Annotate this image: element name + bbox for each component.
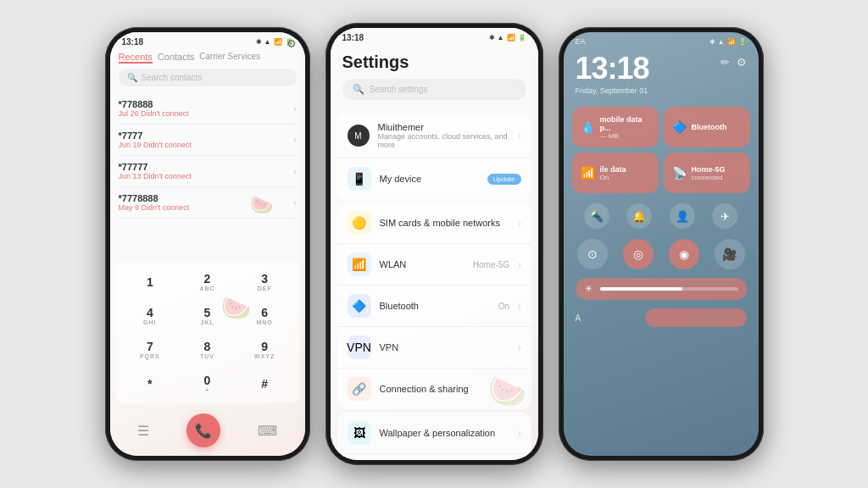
brightness-fill: [600, 287, 683, 291]
key-7[interactable]: 7PQRS: [122, 333, 179, 366]
key-9[interactable]: 9WXYZ: [236, 333, 293, 366]
call-arrow: ›: [293, 104, 296, 114]
chevron-icon: ›: [518, 260, 520, 269]
call-item[interactable]: *7778888May 9 Didn't connect 🍉 ›: [117, 187, 298, 219]
settings-item-wallpaper[interactable]: 🖼 Wallpaper & personalization ›: [337, 413, 531, 454]
qs-clock: 13:18: [576, 51, 649, 86]
data-label: ile data: [600, 165, 626, 174]
status-icons-2: ✱▲📶🔋: [489, 34, 526, 42]
tab-carrier[interactable]: Carrier Services: [199, 52, 260, 64]
settings-item-mydevice[interactable]: 📱 My device Update: [337, 158, 531, 199]
focus-btn[interactable]: ◉: [669, 239, 699, 269]
edit-icon[interactable]: ✏: [721, 56, 730, 69]
status-bar-3: EA ✱▲📶🔋: [564, 32, 759, 47]
settings-icon[interactable]: ⚙: [287, 37, 297, 50]
wifi-icon: 📡: [672, 166, 687, 180]
search-icon: 🔍: [353, 84, 364, 95]
status-time-1: 13:18: [122, 37, 144, 47]
wlan-label: WLAN: [380, 259, 465, 269]
status-bar-2: 13:18 ✱▲📶🔋: [331, 28, 538, 44]
settings-item-sim[interactable]: 🟡 SIM cards & mobile networks ›: [337, 202, 531, 244]
qs-tile-bluetooth[interactable]: 🔷 Bluetooth: [664, 107, 750, 147]
notification-btn[interactable]: 🔔: [626, 203, 652, 229]
user-btn[interactable]: 👤: [670, 203, 695, 229]
call-list: *778888Jul 26 Didn't connect › *7777Jun …: [110, 92, 305, 262]
wlan-value: Home-5G: [473, 260, 509, 269]
location-btn[interactable]: ◎: [623, 239, 654, 269]
qs-tile-mobiledata[interactable]: 💧 mobile data p...— MB: [572, 107, 659, 147]
settings-item-lockscreen[interactable]: 🔒 Always-on display & Lock screen ›: [337, 454, 531, 460]
menu-icon[interactable]: ☰: [137, 423, 149, 439]
key-8[interactable]: 8TUV: [179, 333, 236, 366]
bluetooth-label: Bluetooth: [380, 301, 490, 311]
status-icons-3: ✱▲📶🔋: [709, 38, 747, 46]
video-btn[interactable]: 🎥: [715, 239, 745, 269]
key-5[interactable]: 5JKL 🍉: [179, 299, 236, 332]
search-icon: 🔍: [127, 73, 137, 82]
qs-icon-row: 🔦 🔔 👤 ✈: [564, 197, 759, 236]
call-button[interactable]: 📞: [186, 413, 220, 447]
watermelon-decor2: 🍉: [221, 294, 251, 322]
key-4[interactable]: 4GHI: [122, 299, 179, 332]
qs-tile-wifi[interactable]: 📡 Home-5Gconnected: [664, 152, 750, 193]
key-star[interactable]: *: [122, 367, 179, 400]
call-item[interactable]: *7777Jun 19 Didn't connect ›: [117, 125, 298, 156]
bluetooth-label: Bluetooth: [692, 123, 727, 131]
call-item[interactable]: *778888Jul 26 Didn't connect ›: [117, 93, 298, 125]
tab-contacts[interactable]: Contacts: [158, 52, 194, 64]
settings-item-wlan[interactable]: 📶 WLAN Home-5G ›: [337, 244, 531, 286]
mydevice-label: My device: [380, 174, 479, 184]
airplane-btn[interactable]: ✈: [712, 203, 737, 229]
qs-brightness-bar2[interactable]: [645, 308, 747, 327]
keypad: 1 2ABC 3DEF 4GHI 5JKL 🍉 6MNO 7PQRS 8TUV …: [115, 262, 300, 403]
search-placeholder: Search contacts: [142, 73, 203, 82]
flashlight-btn[interactable]: 🔦: [584, 203, 609, 229]
settings-icon[interactable]: ⚙: [737, 56, 747, 69]
settings-search[interactable]: 🔍 Search settings: [342, 79, 526, 100]
key-hash[interactable]: #: [236, 367, 293, 400]
chevron-icon: ›: [518, 302, 520, 311]
settings-section-display: 🖼 Wallpaper & personalization › 🔒 Always…: [337, 413, 531, 460]
brightness-slider[interactable]: ☀: [576, 278, 747, 300]
qs-label-a: A: [576, 313, 581, 323]
key-0[interactable]: 0+: [179, 367, 236, 400]
chevron-icon: ›: [518, 131, 520, 141]
call-arrow: ›: [293, 136, 296, 145]
bluetooth-icon: 🔷: [348, 294, 371, 318]
watermelon-decor: 🍉: [250, 194, 273, 216]
watermelon-decor3: 🍉: [488, 374, 526, 409]
dialer-search[interactable]: 🔍 Search contacts: [119, 69, 297, 86]
avatar-miuithemer: M: [348, 125, 370, 147]
phone-settings: 13:18 ✱▲📶🔋 Settings 🔍 Search settings M: [326, 23, 543, 465]
brightness-icon: ☀: [584, 283, 593, 295]
call-arrow: ›: [293, 167, 296, 176]
update-badge: Update: [487, 174, 521, 185]
quicksettings-panel: EA ✱▲📶🔋 13:18 Friday, September 01 ✏ ⚙ �: [564, 32, 759, 456]
settings-item-miuithemer[interactable]: M Miuithemer Manage accounts, cloud serv…: [337, 114, 531, 158]
settings-item-bluetooth[interactable]: 🔷 Bluetooth On ›: [337, 286, 531, 327]
chevron-icon: ›: [518, 429, 520, 438]
miuithemer-label: Miuithemer: [378, 122, 510, 132]
settings-title: Settings: [342, 53, 526, 72]
rotate-btn[interactable]: ⊙: [577, 239, 608, 269]
chevron-icon: ›: [518, 343, 520, 352]
qs-bottom-row: A: [564, 305, 759, 334]
qs-date: Friday, September 01: [576, 86, 649, 95]
chevron-icon: ›: [518, 219, 520, 228]
tab-recents[interactable]: Recents: [119, 52, 153, 64]
connection-icon: 🔗: [348, 377, 371, 401]
qs-tile-data[interactable]: 📶 ile dataOn: [572, 152, 659, 193]
vpn-icon: VPN: [348, 336, 371, 359]
settings-item-vpn[interactable]: VPN VPN ›: [337, 327, 531, 369]
qs-tiles-grid: 💧 mobile data p...— MB 🔷 Bluetooth 📶 ile…: [564, 103, 759, 197]
wifi-label: Home-5G: [692, 165, 726, 174]
wallpaper-label: Wallpaper & personalization: [380, 428, 510, 438]
wlan-icon: 📶: [348, 252, 371, 276]
call-item[interactable]: *77777Jun 13 Didn't connect ›: [117, 156, 298, 187]
phone-quicksettings: EA ✱▲📶🔋 13:18 Friday, September 01 ✏ ⚙ �: [559, 27, 764, 461]
keypad-icon[interactable]: ⌨: [258, 423, 277, 439]
bottom-bar: ☰ 📞 ⌨: [110, 407, 305, 456]
key-1[interactable]: 1: [122, 265, 179, 298]
settings-section-account: M Miuithemer Manage accounts, cloud serv…: [337, 114, 531, 199]
miuithemer-sublabel: Manage accounts, cloud services, and mor…: [378, 132, 510, 149]
